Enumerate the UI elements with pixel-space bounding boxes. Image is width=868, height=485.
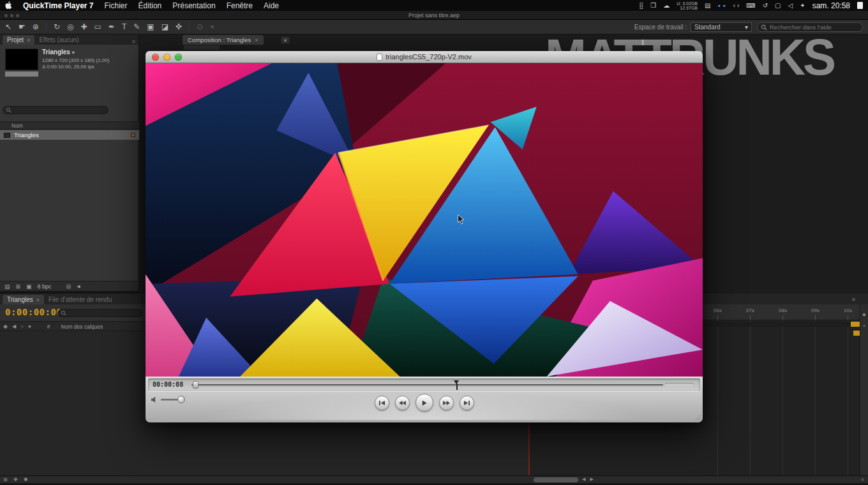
camera-tool-icon[interactable]: ◎ bbox=[67, 23, 73, 31]
label-color-chip[interactable] bbox=[131, 133, 135, 137]
minimize-button[interactable] bbox=[163, 54, 170, 61]
rewind-button[interactable] bbox=[395, 396, 410, 410]
volume-control bbox=[151, 396, 184, 403]
eraser-tool-icon[interactable]: ◪ bbox=[161, 23, 168, 31]
scroll-right-icon[interactable]: ▶ bbox=[590, 477, 593, 482]
screen: QuickTime Player 7 Fichier Édition Prése… bbox=[0, 0, 868, 485]
timeline-search-box[interactable] bbox=[57, 309, 143, 317]
lock-icon[interactable]: ● bbox=[28, 324, 31, 329]
shape-tool-icon[interactable]: ▭ bbox=[94, 23, 101, 31]
tethering-icon[interactable]: ● ● bbox=[717, 3, 726, 8]
composition-tab-dropdown[interactable]: ▾ bbox=[281, 36, 290, 44]
menu-item-fenetre[interactable]: Fenêtre bbox=[227, 1, 253, 10]
menu-item-aide[interactable]: Aide bbox=[264, 1, 279, 10]
current-timecode[interactable]: 0:00:00:00 bbox=[5, 307, 62, 317]
marker-icon[interactable]: ◆ bbox=[862, 312, 865, 317]
project-column-header[interactable]: Nom bbox=[0, 121, 139, 130]
volume-status-icon[interactable]: ◁ bbox=[788, 2, 793, 9]
help-search-box[interactable] bbox=[757, 22, 863, 32]
volume-track[interactable] bbox=[161, 399, 184, 401]
column-nom-label: Nom bbox=[11, 123, 23, 129]
input-menu-flag-icon[interactable]: ▤ bbox=[705, 2, 710, 9]
collapse-arrow-icon[interactable]: ◀ bbox=[77, 284, 80, 289]
tab-composition-triangles[interactable]: Composition : Triangles × bbox=[183, 35, 264, 45]
bit-depth-label[interactable]: 8 bpc bbox=[38, 283, 52, 290]
selection-tool-icon[interactable]: ↖ bbox=[5, 23, 11, 31]
ae-window-buttons[interactable] bbox=[4, 14, 19, 17]
apple-menu-icon[interactable] bbox=[5, 1, 12, 10]
history-arrows-icon[interactable]: ‹ › bbox=[733, 2, 739, 9]
fast-forward-button[interactable] bbox=[439, 396, 454, 410]
work-area-end-handle[interactable] bbox=[851, 322, 860, 327]
volume-knob[interactable] bbox=[177, 396, 185, 403]
time-machine-icon[interactable]: ↺ bbox=[763, 2, 768, 9]
menu-item-edition[interactable]: Édition bbox=[138, 1, 162, 10]
scrub-thumb[interactable] bbox=[193, 381, 198, 389]
tab-timeline-triangles[interactable]: Triangles × bbox=[3, 295, 44, 304]
ram-meter[interactable]: U: 3.02GB 12.97GB bbox=[677, 1, 698, 10]
rotate-tool-icon[interactable]: ↻ bbox=[54, 23, 60, 31]
jump-start-button[interactable] bbox=[375, 396, 389, 410]
tab-projet[interactable]: Projet × bbox=[3, 35, 34, 45]
pan-behind-tool-icon[interactable]: ✚ bbox=[80, 23, 87, 31]
bluetooth-icon[interactable]: ✦ bbox=[800, 2, 805, 9]
work-area-chip[interactable] bbox=[853, 331, 860, 336]
brush-tool-icon[interactable]: ✎ bbox=[133, 23, 140, 31]
ruler-label: 09s bbox=[811, 308, 819, 313]
close-button[interactable] bbox=[152, 54, 159, 61]
menu-item-presentation[interactable]: Présentation bbox=[172, 1, 215, 10]
panel-menu-icon[interactable]: ≡ bbox=[132, 38, 138, 45]
notification-doc-icon[interactable] bbox=[857, 2, 863, 9]
eye-icon[interactable]: ◉ bbox=[3, 324, 8, 329]
workspace-dropdown[interactable]: Standard ▾ bbox=[691, 22, 752, 32]
jump-end-button[interactable] bbox=[460, 396, 474, 410]
panel-menu-icon[interactable]: ≡ bbox=[852, 296, 855, 302]
project-row-triangles[interactable]: Triangles bbox=[0, 130, 139, 140]
help-search-input[interactable] bbox=[770, 24, 859, 31]
tab-render-queue[interactable]: File d'attente de rendu bbox=[44, 295, 116, 304]
graph-editor-icon[interactable]: ✱ bbox=[24, 477, 28, 482]
chevron-down-icon[interactable]: ▾ bbox=[72, 50, 75, 56]
delete-icon[interactable]: ⊟ bbox=[66, 283, 71, 290]
zoom-tool-icon[interactable]: ⊕ bbox=[33, 23, 39, 31]
toolbar-separator bbox=[189, 22, 190, 31]
puppet-tool-icon[interactable]: ✜ bbox=[176, 23, 182, 31]
solo-icon[interactable]: ○ bbox=[20, 324, 24, 329]
work-area-track[interactable] bbox=[688, 322, 860, 327]
play-button[interactable] bbox=[415, 394, 433, 412]
interpret-footage-icon[interactable]: ▤ bbox=[4, 283, 10, 290]
menu-item-fichier[interactable]: Fichier bbox=[105, 1, 128, 10]
project-search-box[interactable] bbox=[3, 106, 108, 114]
close-icon[interactable]: × bbox=[27, 37, 30, 43]
new-composition-icon[interactable]: ▣ bbox=[26, 283, 32, 290]
menu-clock[interactable]: sam. 20:58 bbox=[812, 1, 850, 10]
hash-column-label: # bbox=[47, 324, 50, 330]
new-folder-icon[interactable]: ⊞ bbox=[16, 283, 21, 290]
scroll-left-icon[interactable]: ◀ bbox=[582, 477, 585, 482]
close-icon[interactable]: × bbox=[255, 37, 258, 43]
dropbox-icon[interactable]: ❒ bbox=[650, 2, 656, 9]
playhead-marker[interactable] bbox=[454, 380, 460, 390]
type-tool-icon[interactable]: T bbox=[122, 23, 126, 31]
keyboard-icon[interactable]: ⌨ bbox=[746, 2, 755, 9]
transfer-modes-icon[interactable]: ❖ bbox=[13, 477, 18, 482]
horizontal-scrollbar-thumb[interactable] bbox=[534, 477, 578, 482]
video-viewport[interactable] bbox=[146, 63, 703, 377]
resize-grip[interactable] bbox=[693, 413, 701, 421]
tab-effets[interactable]: Effets (aucun) bbox=[34, 35, 83, 45]
grid-status-icon[interactable]: ⣿ bbox=[639, 2, 643, 9]
menu-app-name[interactable]: QuickTime Player 7 bbox=[23, 1, 94, 10]
zoom-button[interactable] bbox=[175, 54, 182, 61]
close-icon[interactable]: × bbox=[36, 297, 40, 303]
hand-tool-icon[interactable]: ☛ bbox=[19, 23, 26, 31]
options-icon[interactable]: ≡ bbox=[863, 324, 865, 328]
panel-corner-icon[interactable]: ≡ bbox=[861, 477, 864, 482]
scrub-track[interactable] bbox=[191, 384, 663, 386]
cloud-icon[interactable]: ☁ bbox=[663, 2, 670, 9]
stamp-tool-icon[interactable]: ▣ bbox=[147, 23, 154, 31]
quicktime-titlebar[interactable]: trianglesCS5_720p-V2.mov bbox=[146, 51, 703, 63]
pen-tool-icon[interactable]: ✒ bbox=[108, 23, 115, 31]
audio-icon[interactable]: ◀ bbox=[12, 324, 16, 329]
display-icon[interactable]: ▢ bbox=[775, 2, 781, 9]
expand-layers-icon[interactable]: ⊞ bbox=[3, 477, 8, 482]
